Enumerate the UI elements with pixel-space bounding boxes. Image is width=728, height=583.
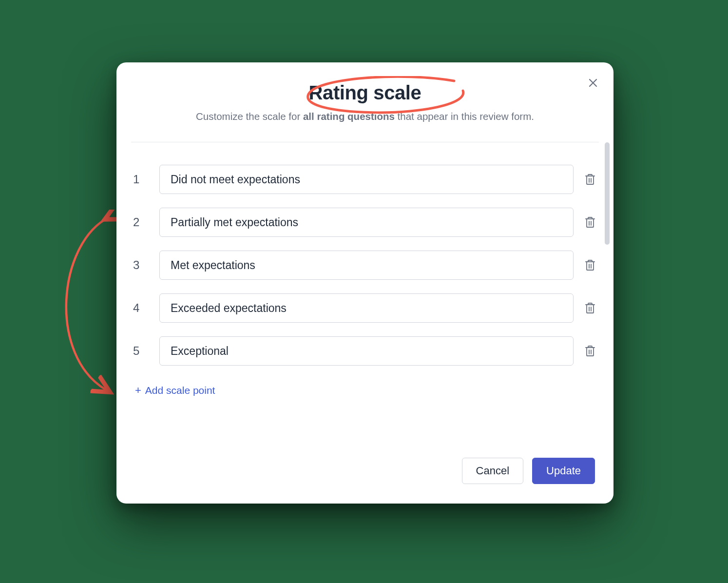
modal-footer: Cancel Update (116, 443, 613, 504)
modal-subtitle: Customize the scale for all rating quest… (146, 111, 584, 122)
scale-number: 1 (133, 173, 150, 186)
scale-number: 3 (133, 258, 150, 272)
scale-row: 4 (133, 293, 597, 323)
modal-body: 1 2 3 4 5 (116, 142, 613, 443)
delete-row-button[interactable] (583, 301, 597, 315)
scale-label-input[interactable] (159, 293, 574, 323)
delete-row-button[interactable] (583, 344, 597, 358)
add-scale-point-button[interactable]: + Add scale point (135, 384, 215, 397)
scale-number: 5 (133, 344, 150, 358)
cancel-button[interactable]: Cancel (462, 458, 523, 484)
trash-icon (585, 259, 595, 271)
modal-title: Rating scale (309, 82, 421, 104)
delete-row-button[interactable] (583, 215, 597, 229)
plus-icon: + (135, 384, 141, 397)
scale-row: 1 (133, 165, 597, 194)
trash-icon (585, 302, 595, 314)
add-scale-point-label: Add scale point (145, 385, 215, 396)
scale-row: 2 (133, 208, 597, 237)
scrollbar[interactable] (605, 142, 610, 245)
scale-label-input[interactable] (159, 336, 574, 366)
scale-row: 3 (133, 251, 597, 280)
scale-label-input[interactable] (159, 251, 574, 280)
rating-scale-modal: Rating scale Customize the scale for all… (116, 62, 613, 504)
update-button[interactable]: Update (532, 458, 595, 484)
delete-row-button[interactable] (583, 173, 597, 186)
trash-icon (585, 216, 595, 228)
scale-row: 5 (133, 336, 597, 366)
trash-icon (585, 345, 595, 357)
scale-number: 2 (133, 215, 150, 229)
delete-row-button[interactable] (583, 258, 597, 272)
trash-icon (585, 174, 595, 185)
scale-number: 4 (133, 301, 150, 315)
annotation-arrow (38, 210, 126, 405)
modal-header: Rating scale Customize the scale for all… (116, 82, 613, 142)
scale-label-input[interactable] (159, 208, 574, 237)
scale-label-input[interactable] (159, 165, 574, 194)
